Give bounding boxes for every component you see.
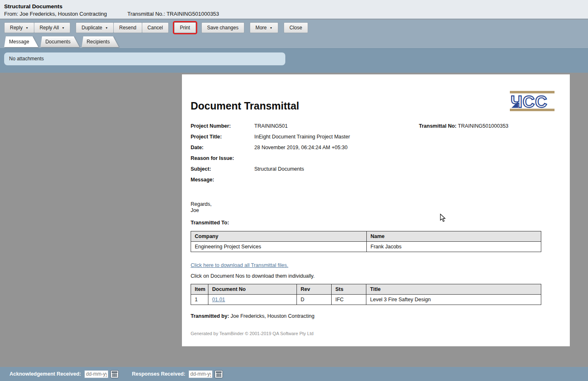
date-label: Date: bbox=[191, 145, 254, 150]
transmitted-by-value: Joe Fredericks, Houston Contracting bbox=[231, 313, 315, 319]
message-label: Message: bbox=[191, 177, 254, 183]
reason-for-issue-label: Reason for Issue: bbox=[191, 155, 254, 161]
responses-date-input[interactable] bbox=[189, 370, 213, 378]
document-no-cell: 01.01 bbox=[208, 295, 297, 305]
tab-bar: Message Documents Recipients bbox=[4, 36, 121, 47]
item-cell: 1 bbox=[191, 295, 208, 305]
company-cell: Engineering Project Services bbox=[191, 242, 367, 252]
field-row: Reason for Issue: bbox=[191, 155, 422, 166]
reply-label: Reply bbox=[10, 25, 23, 31]
chevron-down-icon: ▼ bbox=[105, 26, 108, 29]
tab-wrap: Documents bbox=[41, 36, 80, 47]
tab-documents[interactable]: Documents bbox=[41, 36, 80, 47]
resend-label: Resend bbox=[119, 25, 136, 31]
sts-column-header: Sts bbox=[332, 284, 366, 295]
window-header: Structural Documents From: Joe Frederick… bbox=[0, 0, 588, 19]
company-column-header: Company bbox=[191, 231, 367, 242]
generated-by-footer: Generated by TeamBinder © 2001-2019 QA S… bbox=[191, 331, 313, 336]
recipients-table: Company Name Engineering Project Service… bbox=[191, 231, 541, 252]
field-row: Project Number: TRAINING501 bbox=[191, 123, 422, 134]
download-note: Click on Document Nos to download them i… bbox=[191, 273, 315, 279]
title-cell: Level 3 Fire Saftey Design bbox=[366, 295, 541, 305]
responses-received-label: Responses Received: bbox=[132, 371, 185, 377]
table-header-row: Company Name bbox=[191, 231, 541, 242]
reply-button-group: Reply ▼ Reply All ▼ bbox=[4, 22, 70, 33]
date-value: 28 November 2019, 06:24:24 AM +05:30 bbox=[254, 145, 348, 150]
chevron-down-icon: ▼ bbox=[270, 26, 272, 29]
responses-calendar-button[interactable] bbox=[215, 370, 223, 378]
header-transmittal-no: Transmittal No.: TRAINING501000353 bbox=[127, 11, 219, 17]
content-area: Document Transmittal ЧCC Project Number:… bbox=[0, 73, 588, 367]
field-row: Date: 28 November 2019, 06:24:24 AM +05:… bbox=[191, 145, 422, 155]
chevron-down-icon: ▼ bbox=[62, 26, 65, 29]
print-label: Print bbox=[180, 25, 190, 31]
acknowledgement-calendar-button[interactable] bbox=[110, 370, 119, 378]
cancel-label: Cancel bbox=[148, 25, 163, 31]
reply-all-button[interactable]: Reply All ▼ bbox=[34, 22, 71, 33]
transmitted-by-label: Transmitted by: bbox=[191, 313, 229, 319]
signoff: Regards, Joe bbox=[191, 201, 212, 214]
close-label: Close bbox=[289, 25, 302, 31]
reply-button[interactable]: Reply ▼ bbox=[4, 22, 34, 33]
name-cell: Frank Jacobs bbox=[367, 242, 541, 252]
item-column-header: Item bbox=[191, 284, 208, 295]
documents-table: Item Document No Rev Sts Title 1 01.01 D… bbox=[191, 284, 541, 305]
mouse-cursor bbox=[440, 214, 446, 224]
transmitted-to-label: Transmitted To: bbox=[191, 220, 229, 226]
transmittal-no-line: Transmittal No: TRAINING501000353 bbox=[419, 123, 509, 129]
acknowledgement-received-label: Acknowledgement Received: bbox=[10, 371, 81, 377]
acknowledgement-date-input[interactable] bbox=[84, 370, 108, 378]
reply-all-label: Reply All bbox=[40, 25, 59, 31]
rev-column-header: Rev bbox=[297, 284, 332, 295]
svg-text:ЧCC: ЧCC bbox=[511, 93, 547, 111]
print-button[interactable]: Print bbox=[174, 22, 196, 33]
table-row: Engineering Project Services Frank Jacob… bbox=[191, 242, 541, 252]
more-label: More bbox=[256, 25, 267, 31]
transmittal-no-value: TRAINING501000353 bbox=[458, 123, 508, 129]
title-column-header: Title bbox=[366, 284, 541, 295]
download-all-link[interactable]: Click here to download all Transmittal f… bbox=[191, 262, 288, 268]
chevron-down-icon: ▼ bbox=[26, 26, 29, 29]
project-title-value: InEight Document Training Project Master bbox=[254, 134, 350, 140]
hcc-logo: ЧCC bbox=[508, 91, 556, 113]
toolbar-buttons: Reply ▼ Reply All ▼ Duplicate ▼ Resend C… bbox=[4, 22, 313, 33]
table-header-row: Item Document No Rev Sts Title bbox=[191, 284, 541, 295]
signoff-line2: Joe bbox=[191, 207, 212, 214]
resend-button[interactable]: Resend bbox=[113, 22, 142, 33]
action-button-group: Duplicate ▼ Resend Cancel bbox=[76, 22, 169, 33]
subject-value: Structural Documents bbox=[254, 166, 304, 172]
tab-wrap: Message bbox=[4, 36, 38, 47]
calendar-icon bbox=[110, 370, 119, 378]
table-row: 1 01.01 D IFC Level 3 Fire Saftey Design bbox=[191, 295, 541, 305]
field-row: Project Title: InEight Document Training… bbox=[191, 134, 422, 145]
duplicate-button[interactable]: Duplicate ▼ bbox=[76, 22, 114, 33]
tab-message[interactable]: Message bbox=[4, 36, 38, 47]
tab-wrap: Recipients bbox=[81, 36, 119, 47]
save-changes-label: Save changes bbox=[207, 25, 239, 31]
transmittal-fields: Project Number: TRAINING501 Project Titl… bbox=[191, 123, 422, 188]
close-button[interactable]: Close bbox=[284, 22, 308, 33]
project-title-label: Project Title: bbox=[191, 134, 254, 140]
no-attachments-banner: No attachments bbox=[4, 52, 285, 65]
cancel-button[interactable]: Cancel bbox=[142, 22, 169, 33]
name-column-header: Name bbox=[367, 231, 541, 242]
sts-cell: IFC bbox=[332, 295, 366, 305]
toolbar: Reply ▼ Reply All ▼ Duplicate ▼ Resend C… bbox=[0, 19, 588, 48]
attachments-strip: No attachments bbox=[0, 48, 588, 73]
bottom-status-bar: Acknowledgement Received: Responses Rece… bbox=[0, 367, 588, 381]
document-no-link[interactable]: 01.01 bbox=[212, 297, 225, 302]
field-row: Subject: Structural Documents bbox=[191, 166, 422, 177]
transmittal-document: Document Transmittal ЧCC Project Number:… bbox=[182, 74, 570, 346]
rev-cell: D bbox=[297, 295, 332, 305]
save-changes-button[interactable]: Save changes bbox=[201, 22, 244, 33]
project-number-value: TRAINING501 bbox=[254, 123, 288, 129]
calendar-icon bbox=[215, 370, 223, 378]
transmittal-no-label: Transmittal No: bbox=[419, 123, 457, 129]
header-from: From: Joe Fredericks, Houston Contractin… bbox=[4, 11, 107, 17]
more-button[interactable]: More ▼ bbox=[250, 22, 278, 33]
duplicate-label: Duplicate bbox=[81, 25, 102, 31]
tab-recipients[interactable]: Recipients bbox=[81, 36, 119, 47]
document-title: Document Transmittal bbox=[191, 100, 299, 112]
page-title: Structural Documents bbox=[4, 3, 62, 10]
transmitted-by-line: Transmitted by: Joe Fredericks, Houston … bbox=[191, 313, 314, 319]
